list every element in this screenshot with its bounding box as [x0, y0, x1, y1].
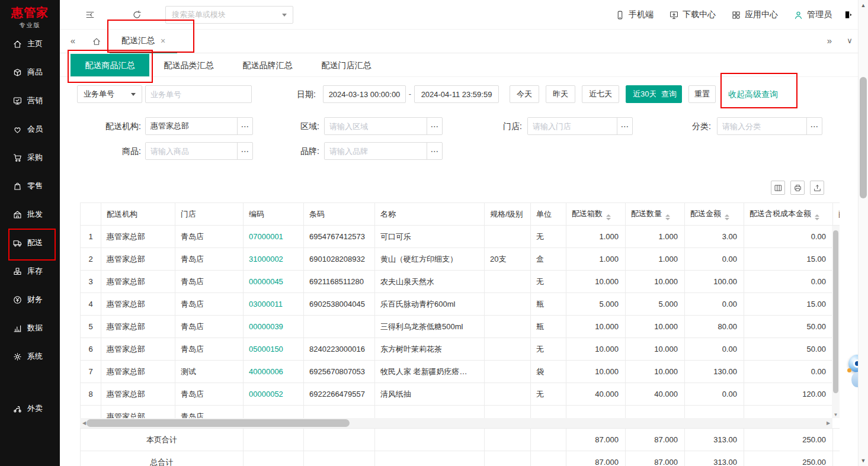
- subtab-1[interactable]: 配送品类汇总: [149, 54, 228, 76]
- table-row[interactable]: 3惠管家总部青岛店000000456921168511280农夫山泉天然水无10…: [81, 271, 840, 293]
- sidebar-item-label: 系统: [27, 351, 43, 362]
- sidebar-item-inventory[interactable]: 库存: [0, 257, 60, 285]
- sidebar-item-marketing[interactable]: 营销: [0, 86, 60, 115]
- refresh-icon[interactable]: [132, 9, 142, 20]
- tabs-scroll-left-icon[interactable]: «: [67, 30, 79, 53]
- sidebar-item-finance[interactable]: 财务: [0, 285, 60, 314]
- cell: [244, 406, 304, 419]
- cell: 8: [81, 383, 101, 406]
- sort-icon[interactable]: [815, 214, 819, 220]
- query-button[interactable]: 查询: [656, 85, 682, 103]
- cell: 乐百氏脉动青柠600ml: [375, 293, 485, 316]
- sort-icon[interactable]: [606, 214, 611, 220]
- cell: 青岛店: [175, 271, 244, 293]
- topbar-action-download[interactable]: 下载中心: [669, 9, 716, 20]
- column-header[interactable]: 配送箱数: [566, 203, 626, 226]
- cell: [485, 406, 531, 419]
- category-input[interactable]: [718, 118, 806, 134]
- app-root: 惠管家 专业版 主页商品营销会员采购零售批发配送库存财务数据系统外卖 搜索菜单或…: [0, 0, 868, 466]
- region-picker-icon[interactable]: ⋯: [427, 118, 442, 134]
- table-vscroll-thumb[interactable]: [833, 230, 838, 393]
- brand-picker-icon[interactable]: ⋯: [427, 143, 442, 159]
- topbar-action-mobile[interactable]: 手机端: [615, 9, 654, 20]
- sidebar-item-takeout[interactable]: 外卖: [0, 394, 60, 423]
- org-input[interactable]: [146, 118, 237, 134]
- product-input-group: ⋯: [145, 142, 253, 160]
- cell: 8240223000016: [304, 338, 375, 361]
- sidebar-item-retail[interactable]: 零售: [0, 172, 60, 200]
- cell: 三得利乌龙茶低糖500ml: [375, 316, 485, 338]
- sidebar-item-label: 商品: [27, 67, 43, 78]
- table-row[interactable]: 2惠管家总部青岛店310000026901028208932黄山（硬红方印细支）…: [81, 248, 840, 271]
- table-row-partial[interactable]: 惠管家总部青岛店: [81, 406, 840, 419]
- table-row[interactable]: 7惠管家总部测试400000066925670807053牧民人家 老新疆奶疙瘩…: [81, 361, 840, 383]
- quick-range-1[interactable]: 昨天: [546, 85, 575, 103]
- sidebar-toggle-icon[interactable]: [85, 9, 95, 20]
- column-settings-button[interactable]: [771, 181, 785, 195]
- print-button[interactable]: [790, 181, 805, 195]
- sidebar-item-delivery[interactable]: 配送: [0, 229, 60, 257]
- sidebar-item-member[interactable]: 会员: [0, 115, 60, 143]
- table-row[interactable]: 1惠管家总部青岛店070000016954767412573可口可乐无1.000…: [81, 226, 840, 248]
- product-picker-icon[interactable]: ⋯: [237, 143, 252, 159]
- tabs-menu-caret-icon[interactable]: ∨: [844, 30, 856, 53]
- store-picker-icon[interactable]: ⋯: [617, 118, 632, 134]
- scroll-right-icon[interactable]: ▶: [824, 418, 832, 428]
- product-input[interactable]: [146, 143, 237, 159]
- order-type-select[interactable]: 业务单号: [77, 85, 142, 103]
- home-tab-icon[interactable]: [92, 37, 101, 46]
- topbar-action-admin[interactable]: 管理员: [793, 9, 832, 20]
- sidebar-item-system[interactable]: 系统: [0, 342, 60, 371]
- page-scroll-up-icon[interactable]: ▲: [859, 2, 868, 8]
- reset-button[interactable]: 重置: [688, 85, 716, 103]
- org-picker-icon[interactable]: ⋯: [237, 118, 252, 134]
- table-vertical-scrollbar[interactable]: ▼: [832, 226, 840, 418]
- brand-input-group: ⋯: [324, 142, 443, 160]
- brand-input[interactable]: [325, 143, 427, 159]
- sidebar-item-wholesale[interactable]: 批发: [0, 200, 60, 229]
- page-vscroll-thumb[interactable]: [860, 77, 867, 198]
- export-button[interactable]: [810, 181, 824, 195]
- subtab-2[interactable]: 配送品牌汇总: [228, 54, 307, 76]
- sidebar-item-home[interactable]: 主页: [0, 30, 60, 58]
- topbar-action-apps[interactable]: 应用中心: [731, 9, 778, 20]
- logout-icon[interactable]: [843, 9, 853, 20]
- collapse-advanced-query-link[interactable]: 收起高级查询: [728, 85, 778, 103]
- region-input[interactable]: [325, 118, 427, 134]
- page-vertical-scrollbar[interactable]: ▲ ▼: [858, 0, 868, 466]
- sidebar-item-data[interactable]: 数据: [0, 314, 60, 342]
- sidebar-item-label: 外卖: [27, 403, 43, 414]
- category-picker-icon[interactable]: ⋯: [806, 118, 822, 134]
- date-from-input[interactable]: [323, 85, 406, 103]
- tabs-scroll-right-icon[interactable]: »: [824, 30, 835, 53]
- sort-icon[interactable]: [725, 214, 729, 220]
- subtab-0[interactable]: 配送商品汇总: [71, 54, 149, 76]
- column-header[interactable]: 配送金额: [685, 203, 744, 226]
- table-scroll-down-icon[interactable]: ▼: [832, 412, 840, 417]
- table-row[interactable]: 5惠管家总部青岛店00000039三得利乌龙茶低糖500ml瓶10.00010.…: [81, 316, 840, 338]
- table-row[interactable]: 4惠管家总部青岛店030000116902538004045乐百氏脉动青柠600…: [81, 293, 840, 316]
- date-to-input[interactable]: [414, 85, 499, 103]
- order-no-input[interactable]: [145, 85, 252, 103]
- module-search-select[interactable]: 搜索菜单或模块: [165, 6, 293, 24]
- cell: 无: [531, 226, 566, 248]
- column-header[interactable]: 配送含税成本金额: [744, 203, 833, 226]
- sidebar-item-goods[interactable]: 商品: [0, 58, 60, 86]
- quick-range-2[interactable]: 近七天: [582, 85, 619, 103]
- sidebar-item-purchase[interactable]: 采购: [0, 143, 60, 172]
- tab-close-icon[interactable]: ×: [161, 36, 165, 46]
- cell: 4: [81, 293, 101, 316]
- column-header[interactable]: 配送数量: [626, 203, 685, 226]
- store-input[interactable]: [528, 118, 617, 134]
- table-row[interactable]: 6惠管家总部青岛店050001508240223000016东方树叶茉莉花茶无1…: [81, 338, 840, 361]
- cell: 盒: [531, 248, 566, 271]
- subtab-3[interactable]: 配送门店汇总: [307, 54, 386, 76]
- tab-distribution-summary[interactable]: 配送汇总 ×: [110, 30, 177, 53]
- table-horizontal-scrollbar[interactable]: ◀ ▶: [80, 418, 832, 428]
- page-scroll-down-icon[interactable]: ▼: [859, 458, 868, 464]
- quick-range-0[interactable]: 今天: [510, 85, 539, 103]
- table-row[interactable]: 8惠管家总部青岛店000000526922266479557清风纸抽无40.00…: [81, 383, 840, 406]
- brand-filter-label: 品牌:: [265, 142, 319, 160]
- sort-icon[interactable]: [665, 214, 670, 220]
- hscroll-thumb[interactable]: [87, 419, 350, 427]
